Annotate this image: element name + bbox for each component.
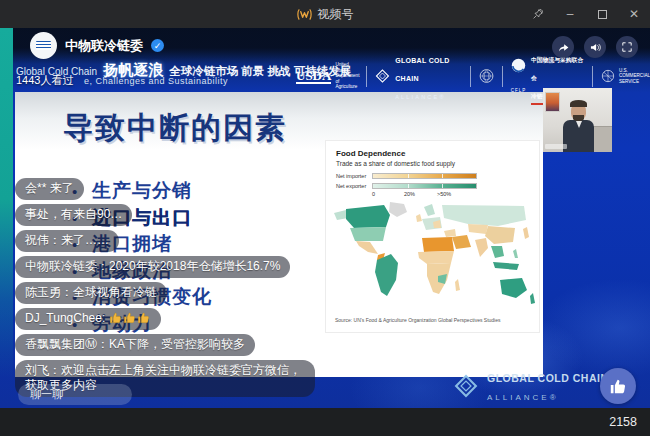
chat-message: 香飘飘集团Ⓜ：KA下降，受管控影响较多 <box>15 334 255 356</box>
map-legend: Net importer Net exporter 0 20% >50% <box>336 172 486 197</box>
account-name: 中物联冷链委 <box>65 37 143 55</box>
minimize-button[interactable]: – <box>562 6 578 22</box>
presenter-name-label <box>545 144 567 149</box>
map-subtitle: Trade as a share of domestic food supply <box>336 160 455 167</box>
cflp-icon <box>510 57 527 74</box>
gcca-line1: GLOBAL COLD CHAIN <box>395 57 450 82</box>
wechat-channels-logo-icon <box>297 8 312 21</box>
maximize-button[interactable] <box>594 6 610 22</box>
chat-input[interactable]: 聊一聊 <box>18 384 132 405</box>
banner-subtitle: e, Challenges and Sustainability <box>84 76 228 86</box>
app-window: 视频号 – ✕ 导致中断的因素 •生产与分销•进口与出口•港口拥堵•地缘政治•消… <box>0 0 650 436</box>
world-choropleth-map <box>328 197 538 309</box>
cflp-line1: 中国物流与采购联合会 <box>531 57 583 81</box>
like-count: 2158 <box>609 415 637 429</box>
chat-message: 事处，有来自90… <box>15 204 132 226</box>
round-seal-icon <box>478 66 495 86</box>
app-title-group: 视频号 <box>297 6 354 23</box>
share-button[interactable] <box>552 36 574 58</box>
thumbs-up-emoji <box>109 311 122 324</box>
legend-importer-bar <box>372 173 477 179</box>
presenter-beard <box>573 115 584 121</box>
thumbs-up-emoji <box>137 311 150 324</box>
account-header: 中物联冷链委 ✓ <box>30 32 164 59</box>
cflp-acronym: CFLP <box>511 88 527 93</box>
legend-exporter-bar <box>372 183 477 189</box>
live-video-player: 导致中断的因素 •生产与分销•进口与出口•港口拥堵•地缘政治•消费习惯变化•劳动… <box>0 28 650 408</box>
food-dependence-map-panel: Food Dependence Trade as a share of dome… <box>325 140 540 333</box>
sponsor-logo-row: USDA United StatesDepartment ofAgricultu… <box>296 62 650 90</box>
chat-message: 陈玉勇：全球视角看冷链 <box>15 282 167 304</box>
player-action-buttons <box>552 36 638 58</box>
fullscreen-icon <box>621 41 633 53</box>
uscs-globe-icon <box>600 68 616 84</box>
gcca-line2: ALLIANCE® <box>395 94 445 100</box>
legend-ticks: 0 20% >50% <box>336 190 486 197</box>
chat-message: 中物联冷链委：2020年较2018年仓储增长16.7% <box>15 256 290 278</box>
thumbs-up-icon <box>609 377 627 395</box>
map-source: Source: UN's Food & Agriculture Organiza… <box>335 317 500 323</box>
account-avatar[interactable] <box>30 32 57 59</box>
maximize-icon <box>598 10 607 19</box>
window-controls: – ✕ <box>530 0 642 28</box>
gcca-watermark-diamond-icon <box>452 372 480 400</box>
fullscreen-button[interactable] <box>616 36 638 58</box>
close-button[interactable]: ✕ <box>626 6 642 22</box>
chat-message: DJ_TungChee: <box>15 308 161 330</box>
us-commercial-service-logo: U.S.COMMERCIALSERVICE <box>600 68 650 84</box>
teal-edge-strip <box>0 28 13 408</box>
gcca-diamond-icon <box>374 66 391 86</box>
presenter-hair <box>570 100 587 107</box>
pin-icon[interactable] <box>530 6 546 22</box>
like-button[interactable] <box>600 368 636 404</box>
watermark-line2: ALLIANCE® <box>487 393 559 402</box>
map-title: Food Dependence <box>336 149 405 158</box>
usda-text: United StatesDepartment ofAgriculture <box>335 62 359 89</box>
thumbs-up-emoji <box>123 311 136 324</box>
volume-icon <box>589 41 602 54</box>
chat-message: 祝伟：来了…… <box>15 230 119 252</box>
titlebar: 视频号 – ✕ <box>0 0 650 28</box>
chat-message: 会** 来了 <box>15 178 84 200</box>
chat-list: 会** 来了事处，有来自90…祝伟：来了……中物联冷链委：2020年较2018年… <box>15 178 327 401</box>
volume-button[interactable] <box>584 36 606 58</box>
presenter-webcam <box>543 88 612 152</box>
verified-badge-icon: ✓ <box>151 39 164 52</box>
usda-logo: USDA United StatesDepartment ofAgricultu… <box>296 62 359 89</box>
watermark-line1: GLOBAL COLD CHAIN <box>487 372 608 384</box>
avatar-logo-mark <box>36 41 51 50</box>
gcca-watermark: GLOBAL COLD CHAIN ALLIANCE® <box>452 368 608 404</box>
legend-importer-label: Net importer <box>336 173 372 179</box>
uscs-text: U.S.COMMERCIALSERVICE <box>619 68 650 84</box>
slide-title: 导致中断的因素 <box>63 108 287 149</box>
app-title: 视频号 <box>318 6 354 23</box>
viewer-count: 1443人看过 <box>16 73 73 88</box>
usda-acronym: USDA <box>296 69 331 84</box>
share-icon <box>557 41 570 54</box>
gcca-logo: GLOBAL COLD CHAIN ALLIANCE® <box>374 49 463 103</box>
wall-picture <box>545 92 560 112</box>
bottom-bar: 2158 <box>0 408 650 436</box>
legend-exporter-label: Net exporter <box>336 183 372 189</box>
